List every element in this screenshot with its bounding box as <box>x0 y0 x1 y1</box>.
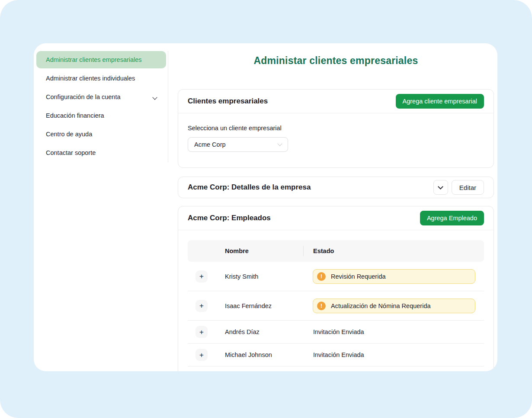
expand-row-button[interactable]: + <box>195 349 208 361</box>
employees-table: Nombre Estado +Kristy Smith!Revisión Req… <box>178 230 494 367</box>
company-details-card: Acme Corp: Detalles de la empresa Editar <box>178 177 494 198</box>
client-select-value: Acme Corp <box>194 141 226 148</box>
status-text: Invitación Enviada <box>303 328 364 335</box>
status-cell: !Actualización de Nómina Requerida <box>303 299 484 313</box>
employee-name: Kristy Smith <box>225 273 303 280</box>
plus-icon: + <box>199 328 204 336</box>
expand-row-button[interactable]: + <box>195 300 208 312</box>
expand-row-button[interactable]: + <box>195 270 208 283</box>
sidebar-item-label: Centro de ayuda <box>46 131 92 138</box>
status-badge: !Actualización de Nómina Requerida <box>313 299 475 313</box>
expand-cell: + <box>188 349 225 361</box>
expand-cell: + <box>188 270 225 283</box>
employees-table-body: +Kristy Smith!Revisión Requerida+Isaac F… <box>188 262 484 367</box>
chevron-down-icon <box>277 141 282 146</box>
sidebar-item-label: Administrar clientes empresariales <box>46 56 142 63</box>
expand-cell: + <box>188 300 225 312</box>
warning-icon: ! <box>317 302 326 310</box>
sidebar-item[interactable]: Administrar clientes empresariales <box>36 51 166 68</box>
sidebar-menu: Administrar clientes empresarialesAdmini… <box>36 51 168 161</box>
main-content: Administar clientes empresariales Client… <box>168 43 497 371</box>
chevron-down-icon <box>153 93 157 100</box>
expand-row-button[interactable]: + <box>195 326 208 338</box>
table-row: +Kristy Smith!Revisión Requerida <box>188 262 484 291</box>
sidebar-item-label: Educación financiera <box>46 112 104 119</box>
status-badge: !Revisión Requerida <box>313 269 475 284</box>
table-row: +Michael JohnsonInvitación Enviada <box>188 344 484 367</box>
status-cell: !Revisión Requerida <box>303 269 484 284</box>
sidebar-item-label: Configuración de la cuenta <box>46 93 121 100</box>
sidebar-item[interactable]: Contactar soporte <box>36 144 166 161</box>
plus-icon: + <box>199 273 204 280</box>
page-title: Administar clientes empresariales <box>178 55 494 67</box>
company-details-actions: Editar <box>433 180 484 195</box>
status-text: Actualización de Nómina Requerida <box>331 302 431 309</box>
employee-name: Michael Johnson <box>225 351 303 358</box>
sidebar-item[interactable]: Configuración de la cuenta <box>36 88 166 106</box>
add-employee-button[interactable]: Agrega Empleado <box>420 211 484 225</box>
plus-icon: + <box>199 351 204 359</box>
employees-card-header: Acme Corp: Empleados Agrega Empleado <box>178 206 494 230</box>
sidebar-item[interactable]: Educación financiera <box>36 107 166 124</box>
status-cell: Invitación Enviada <box>303 351 484 359</box>
sidebar-item[interactable]: Administrar clientes individuales <box>36 70 166 87</box>
sidebar-item-label: Administrar clientes individuales <box>46 75 135 82</box>
name-column-header: Nombre <box>225 248 303 254</box>
app-panel: Administrar clientes empresarialesAdmini… <box>34 43 497 371</box>
warning-icon: ! <box>317 272 326 281</box>
business-clients-card-body: Selecciona un cliente empresarial Acme C… <box>178 113 494 167</box>
client-select-label: Selecciona un cliente empresarial <box>188 125 484 132</box>
sidebar: Administrar clientes empresarialesAdmini… <box>34 43 168 371</box>
status-text: Revisión Requerida <box>331 273 386 280</box>
add-business-client-button[interactable]: Agrega cliente empresarial <box>396 94 484 109</box>
business-clients-card: Clientes empresariales Agrega cliente em… <box>178 89 494 168</box>
employee-name: Isaac Fernández <box>225 302 303 309</box>
collapse-details-button[interactable] <box>433 180 448 195</box>
employees-table-header: Nombre Estado <box>188 240 484 262</box>
edit-details-button[interactable]: Editar <box>452 180 484 195</box>
employee-name: Andrés Díaz <box>225 328 303 335</box>
chevron-down-icon <box>438 184 443 190</box>
business-clients-card-title: Clientes empresariales <box>188 97 268 106</box>
expand-cell: + <box>188 326 225 338</box>
status-column-header: Estado <box>303 248 484 254</box>
sidebar-item-label: Contactar soporte <box>46 149 96 156</box>
company-details-card-title: Acme Corp: Detalles de la empresa <box>188 183 311 192</box>
employees-card-title: Acme Corp: Empleados <box>188 214 271 222</box>
sidebar-item[interactable]: Centro de ayuda <box>36 125 166 143</box>
status-cell: Invitación Enviada <box>303 328 484 336</box>
status-text: Invitación Enviada <box>303 351 364 358</box>
table-row: +Andrés DíazInvitación Enviada <box>188 321 484 344</box>
client-select[interactable]: Acme Corp <box>188 137 288 152</box>
employees-card: Acme Corp: Empleados Agrega Empleado Nom… <box>178 206 494 371</box>
plus-icon: + <box>199 302 204 309</box>
table-row: +Isaac Fernández!Actualización de Nómina… <box>188 291 484 321</box>
business-clients-card-header: Clientes empresariales Agrega cliente em… <box>178 90 494 113</box>
